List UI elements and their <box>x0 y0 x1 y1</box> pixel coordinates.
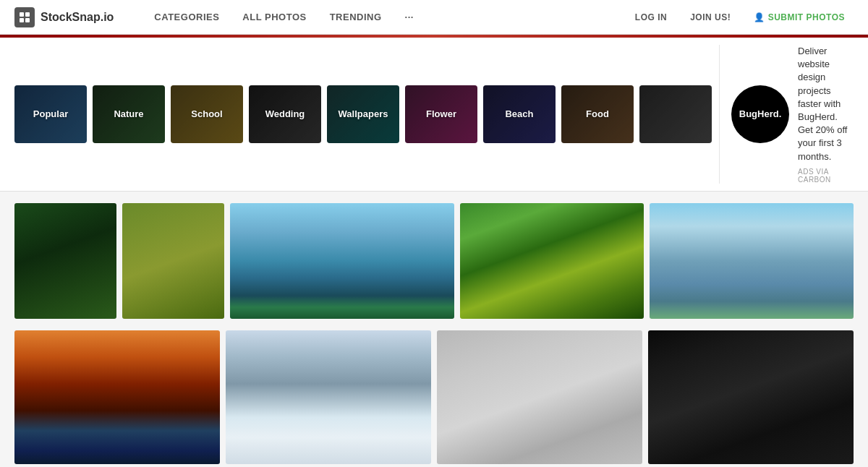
svg-rect-0 <box>20 12 24 17</box>
category-card-food[interactable]: Food <box>561 85 634 143</box>
category-label: Flower <box>426 108 456 119</box>
advertisement[interactable]: BugHerd. Deliver website design projects… <box>719 45 854 184</box>
person-icon: 👤 <box>754 12 765 22</box>
photo-row-2 <box>0 330 868 467</box>
category-card-nature[interactable]: Nature <box>93 85 165 143</box>
svg-rect-1 <box>25 12 30 17</box>
category-card-flower[interactable]: Flower <box>405 85 477 143</box>
category-card-popular[interactable]: Popular <box>14 85 87 143</box>
ad-via: ADS VIA CARBON <box>798 168 854 184</box>
header: StockSnap.io CATEGORIES ALL PHOTOS TREND… <box>0 0 868 35</box>
categories-row: PopularNatureSchoolWeddingWallpapersFlow… <box>14 85 712 143</box>
logo-icon <box>14 7 35 27</box>
photo-item[interactable] <box>460 203 644 319</box>
photo-row-1 <box>0 192 868 330</box>
category-label: School <box>191 108 222 119</box>
photo-item[interactable] <box>230 203 454 319</box>
nav-categories[interactable]: CATEGORIES <box>142 0 231 35</box>
photo-item[interactable] <box>14 203 116 319</box>
svg-rect-2 <box>20 18 24 22</box>
category-label: Nature <box>114 108 143 119</box>
category-label: Wedding <box>265 108 305 119</box>
photo-item[interactable] <box>226 330 431 464</box>
nav-all-photos[interactable]: ALL PHOTOS <box>231 0 318 35</box>
svg-rect-3 <box>25 18 30 22</box>
category-card-wallpapers[interactable]: Wallpapers <box>327 85 399 143</box>
nav-trending[interactable]: TRENDING <box>318 0 393 35</box>
ad-logo-text: BugHerd. <box>739 108 782 119</box>
ad-title: Deliver website design projects faster w… <box>798 45 854 163</box>
logo[interactable]: StockSnap.io <box>14 7 114 27</box>
ad-logo: BugHerd. <box>731 85 789 143</box>
nav-actions: LOG IN JOIN US! 👤 SUBMIT PHOTOS <box>626 8 854 27</box>
top-area: PopularNatureSchoolWeddingWallpapersFlow… <box>0 38 868 192</box>
category-label: Wallpapers <box>339 108 388 119</box>
photo-item[interactable] <box>650 203 854 319</box>
photo-item[interactable] <box>437 330 642 464</box>
photo-item[interactable] <box>648 330 854 464</box>
category-card-beach[interactable]: Beach <box>483 85 556 143</box>
join-button[interactable]: JOIN US! <box>681 8 739 27</box>
category-card-wedding[interactable]: Wedding <box>249 85 321 143</box>
category-label: Popular <box>33 108 68 119</box>
login-button[interactable]: LOG IN <box>626 8 676 27</box>
ad-content: Deliver website design projects faster w… <box>798 45 854 184</box>
category-label: Food <box>586 108 609 119</box>
category-card-extra[interactable] <box>639 85 712 143</box>
submit-button[interactable]: 👤 SUBMIT PHOTOS <box>745 8 854 27</box>
nav-more[interactable]: ··· <box>393 0 425 35</box>
logo-text: StockSnap.io <box>41 11 114 24</box>
category-label: Beach <box>505 108 533 119</box>
category-card-school[interactable]: School <box>171 85 243 143</box>
photo-item[interactable] <box>14 330 220 464</box>
main-nav: CATEGORIES ALL PHOTOS TRENDING ··· <box>142 0 626 35</box>
photo-item[interactable] <box>122 203 224 319</box>
